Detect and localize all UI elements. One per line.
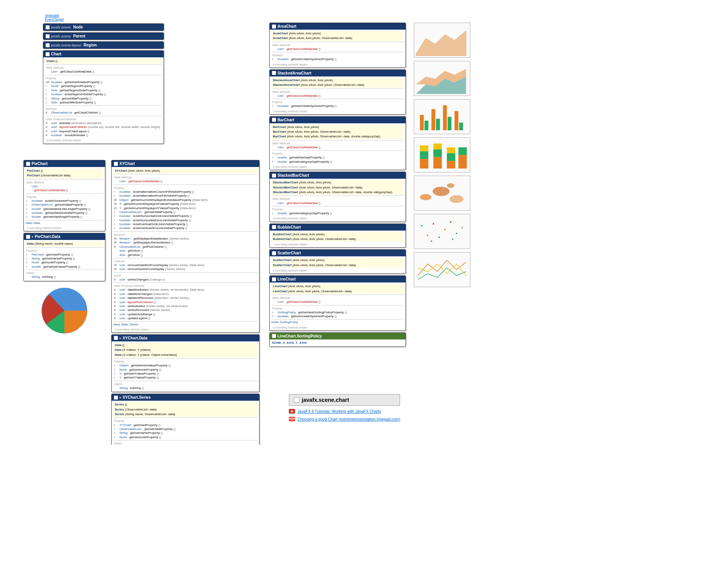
- constructor-row: Chart (): [45, 59, 162, 64]
- member-row: List>getClassCssMetaData (): [271, 201, 404, 205]
- member-row: rStringget/set/nameProperty (): [25, 257, 103, 261]
- svg-rect-16: [447, 153, 455, 161]
- member-row: #voidlayoutPlotChildren (): [113, 300, 258, 304]
- svg-rect-2: [425, 121, 429, 130]
- constructor-row: StackedBarChart (Axis xAxis, Axis yAxis): [271, 180, 404, 185]
- member-row: rObservableListget/set/dataProperty (): [25, 203, 103, 207]
- link-styleable[interactable]: Styleable: [45, 14, 64, 18]
- member-row: AxisgetXAxis (): [113, 249, 258, 253]
- constructor-row: Data (X xValue, Y yValue): [113, 348, 258, 352]
- member-row: rNodeget/set/legendProperty (): [45, 84, 162, 88]
- member-row: rObservableList>get/set/dataProperty (): [113, 210, 258, 214]
- member-row: #fXget/set/currentDisplayedXValuePropert…: [113, 202, 258, 206]
- class-icon: [114, 336, 118, 340]
- external-link[interactable]: JavaFX 8 Tutorials: Working with JavaFX …: [297, 409, 381, 414]
- constructor-row: StackedAreaChart (Axis xAxis, Axis yAxis…: [271, 78, 404, 83]
- svg-rect-10: [420, 151, 429, 159]
- svg-point-32: [431, 240, 432, 242]
- scatter-chart-thumbnail: [414, 214, 470, 249]
- member-row: rObservableList>get/set/dataProperty (): [113, 427, 258, 431]
- member-row: #voiddataItemChanged (Data item): [113, 292, 258, 296]
- member-row: List>getClassCssMetaData (): [271, 146, 404, 149]
- svg-point-23: [447, 183, 455, 188]
- class-icon: [46, 34, 50, 38]
- svg-rect-1: [420, 115, 424, 130]
- member-row: rdoubleget/set/categoryGapProperty (): [271, 160, 404, 164]
- member-row: rdoubleget/set/labelLineLengthProperty (…: [25, 207, 103, 211]
- nested-class-link[interactable]: class Data: [25, 221, 40, 225]
- constructor-row: BarChart (Axis xAxis, Axis yAxis): [271, 125, 404, 130]
- member-row: rbooleanis/set/horizontalGridLinesVisibl…: [113, 214, 258, 218]
- member-row: List>getClassCssMetaData (): [45, 70, 162, 74]
- member-row: #fYget/set/currentDisplayedYValuePropert…: [113, 206, 258, 210]
- class-icon: [46, 25, 50, 29]
- svg-rect-17: [447, 147, 455, 153]
- class-box-xychart-series: s XYChart.Series Series ()Series (Observ…: [111, 394, 260, 445]
- svg-rect-14: [433, 144, 442, 149]
- external-link-row: PDFChoosing a good Chart (extremepresent…: [289, 417, 400, 421]
- member-row: rXget/set/XValueProperty (): [113, 372, 258, 376]
- class-header: AreaChart: [270, 23, 406, 30]
- member-row: #voidseriesRemoved (Series series): [113, 308, 258, 312]
- constructor-row: Data (X xValue, Y yValue, Object extraVa…: [113, 353, 258, 357]
- class-header: StackedBarChart: [270, 172, 406, 179]
- member-row: rbooleanget/set/createSymbolsProperty (): [271, 57, 404, 61]
- class-box-scatterchart: ScatterChart ScatterChart (Axis xAxis, A…: [269, 249, 406, 274]
- class-header: BubbleChart: [270, 224, 406, 231]
- constructor-row: Series (ObservableList> data): [113, 407, 258, 412]
- constructor-row: BubbleChart (Axis xAxis, Axis yAxis, Obs…: [271, 237, 404, 242]
- svg-rect-15: [447, 161, 455, 169]
- class-box-xychart-data: s XYChart.Data Data ()Data (X xValue, Y …: [111, 334, 260, 392]
- nested-class-link[interactable]: enum SortingPolicy: [271, 320, 298, 324]
- svg-rect-3: [431, 109, 435, 130]
- class-header: ScatterChart: [270, 250, 406, 256]
- member-row: #voidupdateAxisRange (): [113, 313, 258, 316]
- hierarchy-box: javafx.scene.Parent: [43, 32, 164, 40]
- constructor-row: StackedBarChart (Axis xAxis, Axis yAxis,…: [271, 190, 404, 195]
- svg-point-26: [432, 223, 434, 225]
- svg-point-25: [427, 234, 429, 236]
- class-icon: [114, 396, 118, 400]
- member-row: rbooleanget/set/createSymbolsProperty (): [271, 314, 404, 318]
- svg-rect-4: [436, 119, 440, 130]
- member-row: rdoubleget/set/barGapProperty (): [271, 156, 404, 160]
- class-icon: [272, 277, 276, 281]
- external-link[interactable]: Choosing a good Chart (extremepresentati…: [297, 417, 400, 421]
- constructor-row: Series (): [113, 402, 258, 407]
- svg-rect-13: [433, 149, 442, 157]
- pie-chart-thumbnail: [39, 285, 90, 336]
- class-box-stackedbarchart: StackedBarChart StackedBarChart (Axis xA…: [269, 172, 406, 222]
- class-icon: [26, 162, 30, 166]
- member-row: getClassCssMetaData (): [25, 188, 103, 192]
- member-row: rbooleanis/set/horizontalZeroLineVisible…: [113, 219, 258, 222]
- member-row: StringtoString (): [25, 275, 103, 279]
- class-icon: [272, 25, 276, 28]
- constructor-row: BarChart (Axis xAxis, Axis yAxis, Observ…: [271, 130, 404, 134]
- svg-point-21: [432, 187, 449, 196]
- class-box-linechart: LineChart LineChart (Axis xAxis, Axis yA…: [269, 275, 406, 331]
- constructor-row: XYChart (Axis xAxis, Axis yAxis): [113, 169, 258, 173]
- class-icon: [272, 174, 276, 178]
- nested-class-link[interactable]: class Data, Series: [113, 323, 138, 326]
- member-row: rPieChartget/chartProperty (): [25, 253, 103, 257]
- class-header: javafx.scene.layout.Region: [43, 42, 164, 48]
- constructor-row: PieChart (): [25, 169, 103, 173]
- class-header: s PieChart.Data: [24, 233, 105, 240]
- class-box-bubblechart: BubbleChart BubbleChart (Axis xAxis, Axi…: [269, 224, 406, 248]
- class-box-piechart: PieChart PieChart ()PieChart (Observable…: [23, 160, 105, 231]
- svg-rect-19: [458, 147, 467, 155]
- svg-point-20: [420, 194, 432, 200]
- member-row: AxisgetYAxis (): [113, 253, 258, 257]
- class-icon: [272, 251, 276, 255]
- class-icon: [272, 225, 276, 229]
- constructor-row: LineChart (Axis xAxis, Axis yAxis, Obser…: [271, 289, 404, 294]
- pdf-icon: PDF: [289, 417, 295, 421]
- link-eventtarget[interactable]: EventTarget: [45, 18, 64, 21]
- bubble-chart-thumbnail: [414, 176, 470, 211]
- class-box-stackedareachart: StackedAreaChart StackedAreaChart (Axis …: [269, 69, 406, 115]
- inherit-links: Styleable EventTarget: [45, 14, 64, 21]
- class-icon: [26, 235, 30, 239]
- constructor-row: AreaChart (Axis xAxis, Axis yAxis, Obser…: [271, 36, 404, 41]
- member-row: #fvoidremoveDataItemFromDisplay (Series …: [113, 263, 258, 267]
- svg-point-22: [450, 195, 463, 203]
